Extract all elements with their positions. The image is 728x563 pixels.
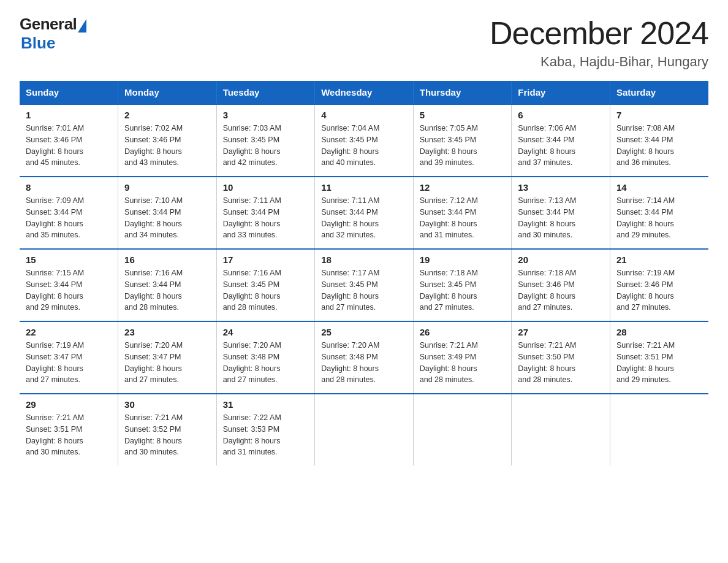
day-number: 13	[518, 182, 604, 193]
calendar-day-cell: 23 Sunrise: 7:20 AMSunset: 3:47 PMDaylig…	[118, 321, 217, 394]
day-number: 31	[223, 399, 309, 410]
day-number: 25	[321, 327, 407, 337]
day-number: 30	[124, 399, 210, 410]
calendar-day-cell: 6 Sunrise: 7:06 AMSunset: 3:44 PMDayligh…	[512, 104, 610, 177]
day-number: 1	[26, 110, 112, 120]
calendar-day-cell	[315, 394, 414, 465]
calendar-day-cell: 1 Sunrise: 7:01 AMSunset: 3:46 PMDayligh…	[20, 104, 118, 177]
day-info: Sunrise: 7:21 AMSunset: 3:51 PMDaylight:…	[616, 340, 702, 386]
calendar-day-cell: 17 Sunrise: 7:16 AMSunset: 3:45 PMDaylig…	[216, 249, 315, 321]
calendar-day-cell: 19 Sunrise: 7:18 AMSunset: 3:45 PMDaylig…	[413, 249, 512, 321]
calendar-week-row: 22 Sunrise: 7:19 AMSunset: 3:47 PMDaylig…	[20, 321, 708, 394]
calendar-day-cell: 21 Sunrise: 7:19 AMSunset: 3:46 PMDaylig…	[610, 249, 708, 321]
day-info: Sunrise: 7:19 AMSunset: 3:47 PMDaylight:…	[26, 340, 112, 386]
logo: General Blue	[20, 15, 86, 53]
calendar-header-row: SundayMondayTuesdayWednesdayThursdayFrid…	[20, 81, 708, 104]
weekday-header-monday: Monday	[118, 81, 217, 104]
weekday-header-wednesday: Wednesday	[315, 81, 414, 104]
calendar-day-cell: 24 Sunrise: 7:20 AMSunset: 3:48 PMDaylig…	[216, 321, 315, 394]
location-subtitle: Kaba, Hajdu-Bihar, Hungary	[490, 54, 708, 70]
day-info: Sunrise: 7:22 AMSunset: 3:53 PMDaylight:…	[223, 412, 309, 458]
day-info: Sunrise: 7:09 AMSunset: 3:44 PMDaylight:…	[26, 195, 112, 241]
calendar-day-cell	[413, 394, 512, 465]
day-info: Sunrise: 7:01 AMSunset: 3:46 PMDaylight:…	[26, 123, 112, 169]
day-info: Sunrise: 7:02 AMSunset: 3:46 PMDaylight:…	[124, 123, 210, 169]
calendar-day-cell: 11 Sunrise: 7:11 AMSunset: 3:44 PMDaylig…	[315, 177, 414, 249]
day-number: 14	[616, 182, 702, 193]
weekday-header-saturday: Saturday	[610, 81, 708, 104]
calendar-week-row: 15 Sunrise: 7:15 AMSunset: 3:44 PMDaylig…	[20, 249, 708, 321]
day-number: 10	[223, 182, 309, 193]
calendar-day-cell: 7 Sunrise: 7:08 AMSunset: 3:44 PMDayligh…	[610, 104, 708, 177]
day-info: Sunrise: 7:20 AMSunset: 3:48 PMDaylight:…	[321, 340, 407, 386]
day-info: Sunrise: 7:17 AMSunset: 3:45 PMDaylight:…	[321, 267, 407, 313]
day-info: Sunrise: 7:10 AMSunset: 3:44 PMDaylight:…	[124, 195, 210, 241]
day-number: 12	[420, 182, 506, 193]
day-number: 22	[26, 327, 112, 337]
calendar-week-row: 1 Sunrise: 7:01 AMSunset: 3:46 PMDayligh…	[20, 104, 708, 177]
day-number: 5	[420, 110, 506, 120]
logo-general: General	[20, 15, 77, 34]
calendar-day-cell: 12 Sunrise: 7:12 AMSunset: 3:44 PMDaylig…	[413, 177, 512, 249]
calendar-table: SundayMondayTuesdayWednesdayThursdayFrid…	[20, 81, 708, 465]
calendar-day-cell: 25 Sunrise: 7:20 AMSunset: 3:48 PMDaylig…	[315, 321, 414, 394]
day-number: 23	[124, 327, 210, 337]
calendar-day-cell: 3 Sunrise: 7:03 AMSunset: 3:45 PMDayligh…	[216, 104, 315, 177]
day-number: 4	[321, 110, 407, 120]
day-info: Sunrise: 7:21 AMSunset: 3:50 PMDaylight:…	[518, 340, 604, 386]
title-section: December 2024 Kaba, Hajdu-Bihar, Hungary	[490, 15, 708, 70]
logo-blue: Blue	[21, 34, 55, 53]
day-info: Sunrise: 7:12 AMSunset: 3:44 PMDaylight:…	[420, 195, 506, 241]
day-info: Sunrise: 7:13 AMSunset: 3:44 PMDaylight:…	[518, 195, 604, 241]
day-number: 6	[518, 110, 604, 120]
calendar-day-cell: 15 Sunrise: 7:15 AMSunset: 3:44 PMDaylig…	[20, 249, 118, 321]
day-number: 28	[616, 327, 702, 337]
day-number: 9	[124, 182, 210, 193]
calendar-day-cell: 18 Sunrise: 7:17 AMSunset: 3:45 PMDaylig…	[315, 249, 414, 321]
calendar-day-cell: 26 Sunrise: 7:21 AMSunset: 3:49 PMDaylig…	[413, 321, 512, 394]
day-info: Sunrise: 7:06 AMSunset: 3:44 PMDaylight:…	[518, 123, 604, 169]
day-info: Sunrise: 7:04 AMSunset: 3:45 PMDaylight:…	[321, 123, 407, 169]
day-info: Sunrise: 7:21 AMSunset: 3:51 PMDaylight:…	[26, 412, 112, 458]
day-info: Sunrise: 7:15 AMSunset: 3:44 PMDaylight:…	[26, 267, 112, 313]
day-number: 15	[26, 255, 112, 265]
weekday-header-friday: Friday	[512, 81, 610, 104]
calendar-day-cell: 2 Sunrise: 7:02 AMSunset: 3:46 PMDayligh…	[118, 104, 217, 177]
day-number: 29	[26, 399, 112, 410]
calendar-day-cell: 10 Sunrise: 7:11 AMSunset: 3:44 PMDaylig…	[216, 177, 315, 249]
calendar-day-cell: 29 Sunrise: 7:21 AMSunset: 3:51 PMDaylig…	[20, 394, 118, 465]
day-number: 24	[223, 327, 309, 337]
calendar-day-cell: 9 Sunrise: 7:10 AMSunset: 3:44 PMDayligh…	[118, 177, 217, 249]
day-info: Sunrise: 7:16 AMSunset: 3:44 PMDaylight:…	[124, 267, 210, 313]
calendar-day-cell: 28 Sunrise: 7:21 AMSunset: 3:51 PMDaylig…	[610, 321, 708, 394]
day-info: Sunrise: 7:11 AMSunset: 3:44 PMDaylight:…	[321, 195, 407, 241]
day-info: Sunrise: 7:20 AMSunset: 3:47 PMDaylight:…	[124, 340, 210, 386]
day-info: Sunrise: 7:20 AMSunset: 3:48 PMDaylight:…	[223, 340, 309, 386]
day-info: Sunrise: 7:11 AMSunset: 3:44 PMDaylight:…	[223, 195, 309, 241]
weekday-header-sunday: Sunday	[20, 81, 118, 104]
day-number: 18	[321, 255, 407, 265]
day-number: 19	[420, 255, 506, 265]
calendar-day-cell: 27 Sunrise: 7:21 AMSunset: 3:50 PMDaylig…	[512, 321, 610, 394]
day-info: Sunrise: 7:18 AMSunset: 3:46 PMDaylight:…	[518, 267, 604, 313]
day-number: 26	[420, 327, 506, 337]
calendar-day-cell: 16 Sunrise: 7:16 AMSunset: 3:44 PMDaylig…	[118, 249, 217, 321]
calendar-week-row: 29 Sunrise: 7:21 AMSunset: 3:51 PMDaylig…	[20, 394, 708, 465]
calendar-day-cell: 4 Sunrise: 7:04 AMSunset: 3:45 PMDayligh…	[315, 104, 414, 177]
day-info: Sunrise: 7:14 AMSunset: 3:44 PMDaylight:…	[616, 195, 702, 241]
day-info: Sunrise: 7:21 AMSunset: 3:52 PMDaylight:…	[124, 412, 210, 458]
day-number: 21	[616, 255, 702, 265]
day-number: 8	[26, 182, 112, 193]
day-info: Sunrise: 7:16 AMSunset: 3:45 PMDaylight:…	[223, 267, 309, 313]
calendar-day-cell: 8 Sunrise: 7:09 AMSunset: 3:44 PMDayligh…	[20, 177, 118, 249]
page-header: General Blue December 2024 Kaba, Hajdu-B…	[20, 15, 708, 70]
day-number: 16	[124, 255, 210, 265]
calendar-day-cell: 5 Sunrise: 7:05 AMSunset: 3:45 PMDayligh…	[413, 104, 512, 177]
main-title: December 2024	[490, 15, 708, 52]
day-number: 17	[223, 255, 309, 265]
day-info: Sunrise: 7:21 AMSunset: 3:49 PMDaylight:…	[420, 340, 506, 386]
day-info: Sunrise: 7:18 AMSunset: 3:45 PMDaylight:…	[420, 267, 506, 313]
calendar-day-cell: 14 Sunrise: 7:14 AMSunset: 3:44 PMDaylig…	[610, 177, 708, 249]
day-number: 3	[223, 110, 309, 120]
calendar-day-cell	[610, 394, 708, 465]
